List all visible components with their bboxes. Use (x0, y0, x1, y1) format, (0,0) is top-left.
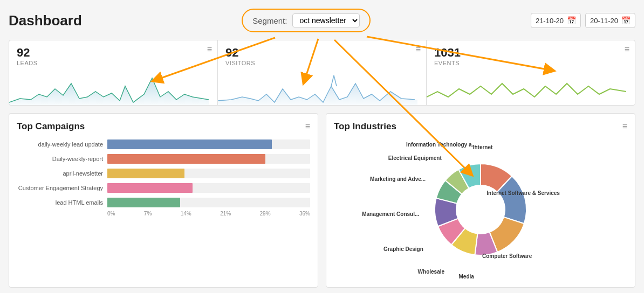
visitors-number: 92 (225, 46, 419, 60)
axis-tick: 21% (220, 211, 231, 217)
bar-fill (107, 198, 180, 207)
bar-label: lead HTML emails (17, 199, 103, 206)
axis-tick: 14% (181, 211, 191, 217)
events-label: EVENTS (434, 60, 627, 66)
top-industries-card: Top Industries ≡ InternetInternet Softwa… (326, 113, 635, 288)
stat-card-events: ≡ 1031 EVENTS (427, 40, 635, 105)
donut-label: Wholesale (418, 268, 444, 274)
donut-label: Information Technology a... (406, 141, 476, 147)
axis-tick: 7% (144, 211, 152, 217)
bar-track (107, 139, 310, 149)
date-range: 21-10-20 📅 20-11-20 📅 (531, 13, 635, 28)
donut-label: Media (458, 274, 474, 280)
events-sparkline (427, 67, 626, 105)
date-from-value: 21-10-20 (536, 17, 564, 25)
donut-label: Marketing and Adve... (370, 176, 426, 182)
segment-label: Segment: (252, 16, 287, 25)
industries-menu-icon[interactable]: ≡ (622, 122, 627, 131)
bar-fill (107, 154, 265, 164)
bar-fill (107, 183, 193, 193)
stat-card-leads: ≡ 92 LEADS (9, 40, 218, 105)
bar-row: april-newsletter (17, 169, 310, 178)
campaigns-title: Top Campaigns (17, 121, 85, 132)
date-to[interactable]: 20-11-20 📅 (585, 13, 635, 28)
bar-track (107, 183, 310, 193)
segment-dropdown[interactable]: oct newsletter (292, 13, 360, 27)
bar-row: daily-weekly lead update (17, 139, 310, 149)
visitors-sparkline (218, 67, 417, 105)
donut-svg (427, 156, 535, 263)
stat-card-visitors: ≡ 92 VISITORS (218, 40, 427, 105)
industries-header: Top Industries ≡ (334, 121, 627, 132)
page-title: Dashboard (9, 12, 82, 29)
donut-chart-wrapper: InternetInternet Software & ServicesComp… (334, 139, 627, 280)
svg-marker-0 (9, 78, 209, 105)
bar-axis: 0%7%14%21%29%36% (17, 211, 310, 217)
axis-tick: 36% (299, 211, 310, 217)
bar-label: april-newsletter (17, 170, 103, 177)
axis-tick: 29% (260, 211, 271, 217)
bar-label: daily-weekly lead update (17, 141, 103, 148)
bar-track (107, 198, 310, 207)
calendar-from-icon[interactable]: 📅 (567, 16, 576, 25)
bar-track (107, 154, 310, 164)
campaigns-header: Top Campaigns ≡ (17, 121, 310, 132)
leads-sparkline (9, 67, 209, 105)
bar-fill (107, 139, 272, 149)
donut-label: Management Consul... (362, 211, 419, 217)
segment-selector: Segment: oct newsletter (242, 9, 371, 32)
events-menu-icon[interactable]: ≡ (625, 45, 629, 54)
bar-row: Customer Engagement Strategy (17, 183, 310, 193)
axis-tick: 0% (107, 211, 115, 217)
leads-menu-icon[interactable]: ≡ (207, 45, 212, 54)
events-number: 1031 (434, 46, 627, 60)
bar-track (107, 169, 310, 178)
date-from[interactable]: 21-10-20 📅 (531, 13, 581, 28)
campaigns-menu-icon[interactable]: ≡ (305, 122, 310, 131)
leads-label: LEADS (17, 60, 210, 66)
date-to-value: 20-11-20 (590, 17, 618, 25)
leads-number: 92 (17, 46, 210, 60)
bar-chart: daily-weekly lead updateDaily-weekly-rep… (17, 139, 310, 207)
stat-cards-row: ≡ 92 LEADS ≡ 92 VISITORS (9, 40, 635, 106)
bar-label: Customer Engagement Strategy (17, 185, 103, 191)
bar-row: Daily-weekly-report (17, 154, 310, 164)
donut-label: Internet (473, 144, 493, 150)
donut-label: Graphic Design (383, 246, 423, 252)
bar-row: lead HTML emails (17, 198, 310, 207)
bar-fill (107, 169, 184, 178)
bar-label: Daily-weekly-report (17, 156, 103, 162)
visitors-label: VISITORS (225, 60, 419, 66)
top-campaigns-card: Top Campaigns ≡ daily-weekly lead update… (9, 113, 318, 288)
bottom-row: Top Campaigns ≡ daily-weekly lead update… (9, 113, 635, 288)
visitors-menu-icon[interactable]: ≡ (416, 45, 421, 54)
industries-title: Top Industries (334, 121, 396, 132)
calendar-to-icon[interactable]: 📅 (621, 16, 631, 25)
